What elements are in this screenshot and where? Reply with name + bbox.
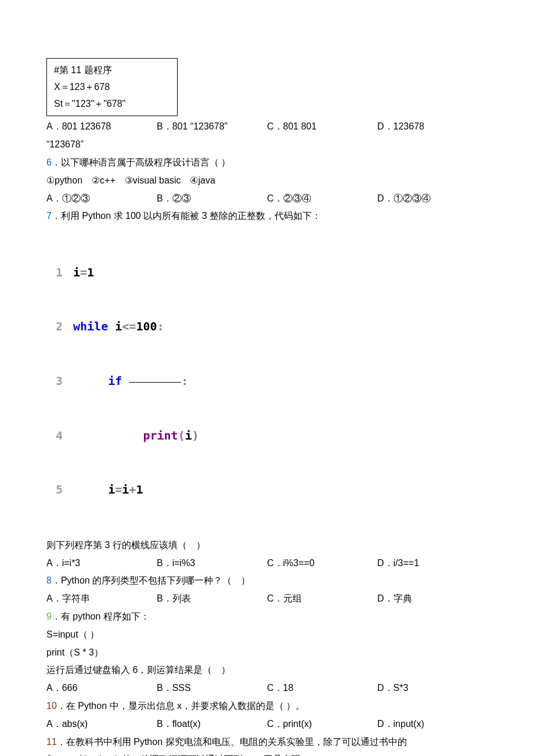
q6-opt-d: D．①②③④ [377, 190, 488, 207]
c5d: + [129, 483, 136, 496]
codebox-line2: X＝123＋678 [54, 79, 170, 96]
c2a: while [73, 319, 108, 333]
q9-l1: S=input（ ） [46, 627, 488, 643]
q10-text: ．在 Python 中，显示出信息 x，并要求输入数据的是（ ）。 [57, 701, 305, 711]
q9-l2: print（S * 3） [46, 645, 488, 661]
q7-opt-a: A．i=i*3 [46, 555, 157, 572]
c2e: : [157, 319, 164, 333]
q6-answers: A．①②③ B．②③ C．②③④ D．①②③④ [46, 190, 488, 207]
q7-opt-d: D．i/3==1 [377, 555, 488, 572]
q7-opt-c: C．i%3==0 [267, 555, 377, 572]
c4a: print [143, 429, 178, 442]
q10-opt-b: B．float(x) [157, 716, 267, 733]
q10-answers: A．abs(x) B．float(x) C．print(x) D．input(x… [46, 716, 488, 733]
q6-text: ．以下哪种语言属于高级程序设计语言（ ） [52, 157, 230, 167]
q5-opt-c: C．801 801 [267, 118, 377, 135]
fill-blank [129, 382, 181, 383]
q7-stem: 7．利用 Python 求 100 以内所有能被 3 整除的正整数，代码如下： [46, 208, 488, 225]
q11-num: 11 [46, 737, 57, 747]
q11-stem: 11．在教科书中利用 Python 探究电流和电压、电阻的关系实验里，除了可以通… [46, 734, 488, 751]
q7-opt-b: B．i=i%3 [157, 555, 267, 572]
q9-opt-b: B．SSS [157, 680, 267, 697]
c5b: = [115, 483, 122, 496]
ln4: 4 [46, 425, 73, 446]
q7-num: 7 [46, 211, 52, 221]
q8-opt-d: D．字典 [377, 591, 488, 607]
q9-stem: 9．有 python 程序如下： [46, 609, 488, 625]
q8-opt-a: A．字符串 [46, 591, 157, 607]
q5-opt-b: B．801 “123678” [157, 118, 267, 135]
q6-sub: ①python ②c++ ③visual basic ④java [46, 172, 488, 189]
q8-opt-c: C．元组 [267, 591, 377, 607]
ln5: 5 [46, 479, 73, 500]
c5c: i [122, 483, 129, 496]
q5-opt-d-cont: “123678” [46, 136, 488, 153]
c4c: i [185, 429, 192, 442]
c3a: if [108, 374, 122, 388]
c4d: ) [192, 429, 199, 442]
c1a: i [73, 265, 80, 279]
q6-opt-a: A．①②③ [46, 190, 157, 207]
q5-opt-a: A．801 123678 [46, 118, 157, 135]
c5e: 1 [136, 483, 143, 496]
q7-after: 则下列程序第 3 行的横线应该填（ ） [46, 537, 488, 554]
q7-text: ．利用 Python 求 100 以内所有能被 3 整除的正整数，代码如下： [52, 211, 321, 221]
ln3: 3 [46, 370, 73, 391]
code-box-q11: #第 11 题程序 X＝123＋678 St＝"123"＋"678" [46, 58, 178, 116]
q9-opt-d: D．S*3 [377, 680, 488, 697]
c1b: = [80, 265, 87, 279]
q6-num: 6 [46, 157, 52, 167]
q8-text: ．Python 的序列类型不包括下列哪一种？（ ） [52, 575, 250, 585]
c2b: i [108, 319, 122, 333]
q5-opt-d: D．123678 [377, 118, 488, 135]
q10-opt-d: D．input(x) [377, 716, 488, 733]
q9-text: ．有 python 程序如下： [52, 611, 150, 621]
q8-stem: 8．Python 的序列类型不包括下列哪一种？（ ） [46, 573, 488, 589]
q6-opt-c: C．②③④ [267, 190, 377, 207]
c3b: : [181, 374, 188, 388]
codebox-line3: St＝"123"＋"678" [54, 96, 170, 113]
q11-text: ．在教科书中利用 Python 探究电流和电压、电阻的关系实验里，除了可以通过书… [57, 737, 407, 747]
q6-stem: 6．以下哪种语言属于高级程序设计语言（ ） [46, 154, 488, 171]
q8-answers: A．字符串 B．列表 C．元组 D．字典 [46, 591, 488, 607]
c2c: <= [122, 319, 136, 333]
q10-opt-a: A．abs(x) [46, 716, 157, 733]
q9-num: 9 [46, 611, 52, 621]
q5-answers: A．801 123678 B．801 “123678” C．801 801 D．… [46, 118, 488, 135]
q9-opt-a: A．666 [46, 680, 157, 697]
q9-answers: A．666 B．SSS C．18 D．S*3 [46, 680, 488, 697]
q9-after: 运行后通过键盘输入 6，则运算结果是（ ） [46, 662, 488, 679]
q10-num: 10 [46, 701, 57, 711]
q6-opt-b: B．②③ [157, 190, 267, 207]
q10-stem: 10．在 Python 中，显示出信息 x，并要求输入数据的是（ ）。 [46, 698, 488, 715]
q7-answers: A．i=i*3 B．i=i%3 C．i%3==0 D．i/3==1 [46, 555, 488, 572]
q8-num: 8 [46, 575, 52, 585]
q8-opt-b: B．列表 [157, 591, 267, 607]
q10-opt-c: C．print(x) [267, 716, 377, 733]
c2d: 100 [136, 319, 157, 333]
page: #第 11 题程序 X＝123＋678 St＝"123"＋"678" A．801… [0, 0, 534, 756]
c4b: ( [178, 429, 185, 442]
q7-code: 1i=1 2while i<=100: 3 if : 4 print(i) 5 … [46, 228, 488, 534]
codebox-line1: #第 11 题程序 [54, 62, 170, 79]
q9-opt-c: C．18 [267, 680, 377, 697]
q11-text2: Jupyter Notebook 外，处理数据还可以通过下列（ ）工具实现。 [46, 751, 488, 756]
ln2: 2 [46, 316, 73, 337]
ln1: 1 [46, 262, 73, 283]
c5a: i [108, 483, 115, 496]
c1c: 1 [87, 265, 94, 279]
